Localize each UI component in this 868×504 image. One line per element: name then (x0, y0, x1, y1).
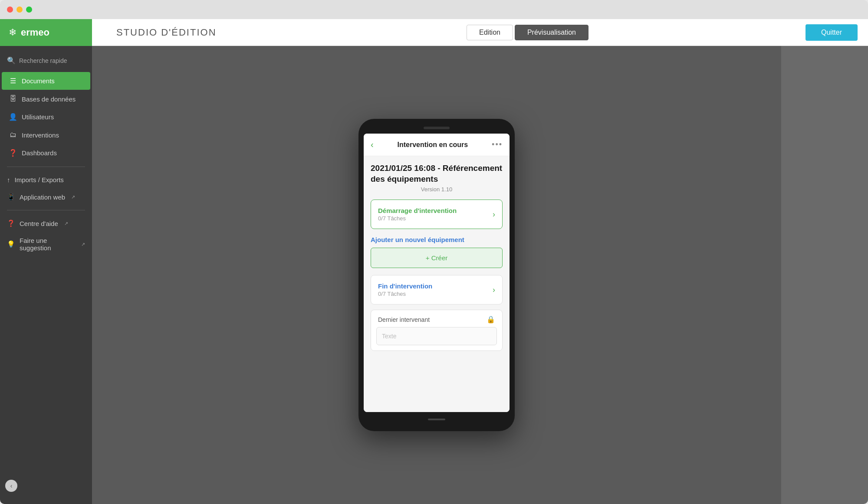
demarrage-label: Démarrage d'intervention (378, 207, 457, 214)
demarrage-arrow-icon: › (493, 210, 495, 219)
external-link-icon-app: ↗ (71, 194, 75, 200)
last-section-header: Dernier intervenant 🔒 (371, 310, 502, 327)
add-equipment-title: Ajouter un nouvel équipement (371, 236, 503, 248)
body: 🔍 Recherche rapide ☰ Documents 🗄 Bases d… (0, 46, 868, 504)
sidebar-item-label-app-web: Application web (20, 193, 65, 201)
sidebar-item-utilisateurs[interactable]: 👤 Utilisateurs (2, 108, 90, 126)
sidebar-item-label-interventions: Interventions (22, 131, 59, 139)
app-web-icon: 📱 (7, 193, 15, 201)
logo-text: ermeo (21, 27, 49, 38)
sidebar-item-dashboards[interactable]: ❓ Dashboards (2, 144, 90, 162)
search-area[interactable]: 🔍 Recherche rapide (0, 53, 92, 68)
minimize-button[interactable] (16, 7, 23, 13)
search-placeholder: Recherche rapide (19, 57, 67, 64)
sidebar-item-documents[interactable]: ☰ Documents (2, 72, 90, 90)
app-window: ❄ ermeo STUDIO D'ÉDITION Edition Prévisu… (0, 0, 868, 504)
user-icon: 👤 (9, 113, 17, 121)
sidebar-nav: ☰ Documents 🗄 Bases de données 👤 Utilisa… (0, 72, 92, 162)
sidebar-bottom: ‹ (0, 475, 92, 497)
main-content: ‹ Intervention en cours ••• 2021/01/25 1… (92, 46, 781, 504)
demarrage-info: Démarrage d'intervention 0/7 Tâches (378, 207, 457, 222)
phone-mockup: ‹ Intervention en cours ••• 2021/01/25 1… (358, 119, 515, 431)
fin-info: Fin d'intervention 0/7 Tâches (378, 282, 432, 297)
lock-icon: 🔒 (487, 315, 495, 324)
collapse-button[interactable]: ‹ (5, 480, 17, 492)
logo-area: ❄ ermeo (0, 19, 92, 46)
menu-dots-icon[interactable]: ••• (492, 140, 503, 149)
fin-tasks: 0/7 Tâches (378, 291, 432, 297)
interventions-icon: 🗂 (9, 131, 17, 139)
doc-version: Version 1.10 (371, 186, 503, 193)
dernier-intervenant-section: Dernier intervenant 🔒 Texte (371, 310, 503, 351)
sidebar-item-label-imports: Imports / Exports (15, 176, 64, 183)
app: ❄ ermeo STUDIO D'ÉDITION Edition Prévisu… (0, 19, 868, 504)
fin-label: Fin d'intervention (378, 282, 432, 290)
add-equipment-section: Ajouter un nouvel équipement + Créer (371, 234, 503, 270)
doc-title: 2021/01/25 16:08 - Référencement des équ… (371, 163, 503, 184)
sidebar-item-label-bases-donnees: Bases de données (22, 95, 76, 103)
sidebar: 🔍 Recherche rapide ☰ Documents 🗄 Bases d… (0, 46, 92, 504)
screen-body: 2021/01/25 16:08 - Référencement des équ… (364, 156, 510, 412)
phone-home-bar (428, 419, 445, 420)
dernier-intervenant-label: Dernier intervenant (378, 316, 430, 323)
demarrage-card-row[interactable]: Démarrage d'intervention 0/7 Tâches › (371, 200, 502, 229)
import-icon: ↑ (7, 176, 10, 183)
phone-speaker (424, 127, 450, 129)
nav-divider-2 (7, 210, 85, 210)
fin-arrow-icon: › (493, 285, 495, 295)
sidebar-item-label-utilisateurs: Utilisateurs (22, 113, 54, 121)
dashboard-icon: ❓ (9, 149, 17, 157)
help-icon: ❓ (7, 219, 15, 227)
demarrage-tasks: 0/7 Tâches (378, 215, 457, 222)
header-tabs: Edition Prévisualisation (467, 25, 589, 40)
tab-edition[interactable]: Edition (467, 25, 513, 40)
sidebar-item-interventions[interactable]: 🗂 Interventions (2, 126, 90, 144)
demarrage-card[interactable]: Démarrage d'intervention 0/7 Tâches › (371, 200, 503, 229)
logo-icon: ❄ (9, 27, 16, 38)
maximize-button[interactable] (26, 7, 32, 13)
fin-card[interactable]: Fin d'intervention 0/7 Tâches › (371, 275, 503, 304)
create-button[interactable]: + Créer (371, 248, 503, 268)
sidebar-item-label-dashboards: Dashboards (22, 149, 57, 157)
sidebar-item-imports-exports[interactable]: ↑ Imports / Exports (0, 171, 92, 188)
external-link-icon-suggestion: ↗ (81, 242, 85, 247)
studio-title: STUDIO D'ÉDITION (102, 27, 467, 38)
search-icon: 🔍 (7, 56, 16, 65)
sidebar-item-label-documents: Documents (22, 77, 55, 85)
external-link-icon-aide: ↗ (64, 221, 68, 226)
documents-icon: ☰ (9, 77, 17, 85)
tab-previsualisation[interactable]: Prévisualisation (515, 25, 589, 40)
sidebar-item-application-web[interactable]: 📱 Application web ↗ (0, 188, 92, 206)
phone-home-area (364, 416, 510, 423)
phone-screen: ‹ Intervention en cours ••• 2021/01/25 1… (364, 134, 510, 412)
sidebar-item-label-suggestion: Faire une suggestion (20, 237, 75, 252)
sidebar-item-label-aide: Centre d'aide (20, 220, 58, 227)
fin-card-row[interactable]: Fin d'intervention 0/7 Tâches › (371, 275, 502, 304)
bulb-icon: 💡 (7, 240, 15, 248)
screen-title: Intervention en cours (398, 141, 468, 149)
header: STUDIO D'ÉDITION Edition Prévisualisatio… (92, 19, 868, 46)
sidebar-item-centre-aide[interactable]: ❓ Centre d'aide ↗ (0, 215, 92, 232)
sidebar-item-suggestion[interactable]: 💡 Faire une suggestion ↗ (0, 232, 92, 256)
sidebar-item-bases-donnees[interactable]: 🗄 Bases de données (2, 90, 90, 108)
titlebar (0, 0, 868, 19)
database-icon: 🗄 (9, 95, 17, 103)
screen-header: ‹ Intervention en cours ••• (364, 134, 510, 156)
nav-divider-1 (7, 167, 85, 167)
right-panel (781, 46, 868, 504)
dernier-intervenant-field: Texte (376, 327, 497, 345)
close-button[interactable] (7, 7, 13, 13)
quit-button[interactable]: Quitter (806, 24, 858, 41)
back-icon[interactable]: ‹ (371, 140, 374, 150)
